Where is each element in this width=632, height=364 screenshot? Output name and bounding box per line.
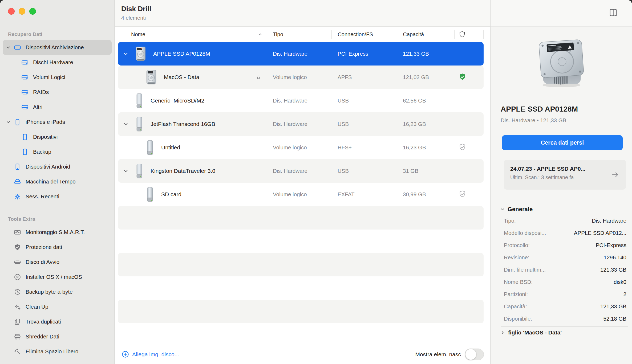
sidebar-item-label: Elimina Spazio Libero (26, 348, 78, 355)
book-icon[interactable] (607, 7, 619, 18)
page-title: Disk Drill (121, 5, 490, 13)
close-window-button[interactable] (8, 8, 15, 15)
sidebar-item-elimina-spazio-libero[interactable]: Elimina Spazio Libero (0, 344, 114, 359)
device-row-kingston-datatraveler-3-0[interactable]: Kingston DataTraveler 3.0Dis. HardwareUS… (118, 159, 484, 183)
storage-drive-icon (20, 88, 29, 97)
device-row-sd-card[interactable]: SD cardVolume logicoEXFAT30,99 GB (118, 183, 484, 206)
sidebar-item-protezione-dati[interactable]: Protezione dati (0, 240, 114, 255)
sidebar-section-tools-extra: Tools ExtraMonitoraggio S.M.A.R.T.Protez… (0, 214, 114, 359)
detail-value: 1296.140 (603, 254, 626, 261)
last-scan-card[interactable]: 24.07.23 - APPLE SSD AP0... Ultim. Scan.… (504, 160, 626, 190)
attach-disk-image-label: Allega img. disco... (132, 351, 179, 358)
general-details: Tipo:Dis. HardwareModello disposi...APPL… (504, 215, 626, 325)
column-header-label: Connection/FS (338, 31, 373, 38)
detail-row-revisione: Revisione:1296.140 (504, 251, 626, 264)
circle-x-icon (13, 272, 22, 281)
child-volume-link[interactable]: figlio 'MacOS - Data' (500, 328, 562, 337)
connection-cell: USB (332, 97, 398, 104)
show-hidden-toggle[interactable] (465, 349, 484, 360)
sidebar-item-disco-di-avvio[interactable]: Disco di Avvio (0, 255, 114, 269)
general-section-label: Generale (508, 206, 533, 213)
column-divider (483, 30, 484, 39)
capacity-cell: 16,23 GB (398, 144, 455, 151)
attach-disk-image-link[interactable]: Allega img. disco... (121, 350, 179, 358)
sidebar-item-sess-recenti[interactable]: Sess. Recenti (0, 189, 114, 204)
capacity-cell: 121,33 GB (398, 51, 455, 57)
chevron-right-icon[interactable] (500, 330, 505, 336)
detail-label: Tipo: (504, 218, 516, 224)
general-section-header[interactable]: Generale (500, 205, 533, 214)
device-row-jetflash-transcend-16gb[interactable]: JetFlash Transcend 16GBDis. HardwareUSB1… (118, 112, 484, 136)
erase-free-space-icon (13, 347, 22, 356)
name-cell: Generic- MicroSD/M2 (118, 89, 267, 112)
table-footer: Allega img. disco... Mostra elem. nasc (115, 345, 490, 364)
device-row-untitled[interactable]: UntitledVolume logicoHFS+16,23 GB (118, 136, 484, 159)
arrow-right-icon[interactable] (611, 170, 619, 179)
chevron-down-icon[interactable] (4, 119, 13, 125)
sidebar-item-raids[interactable]: RAIDs (0, 85, 114, 100)
sidebar-item-volumi-logici[interactable]: Volumi Logici (0, 70, 114, 85)
sidebar-item-monitoraggio-s-m-a-r-t[interactable]: Monitoraggio S.M.A.R.T. (0, 225, 114, 240)
table-header: NomeTipoConnection/FSCapacità (118, 27, 484, 42)
device-row-apple-ssd-ap0128m[interactable]: APPLE SSD AP0128MDis. HardwarePCI-Expres… (118, 42, 484, 66)
sidebar-item-dispositivi-android[interactable]: Dispositivi Android (0, 159, 114, 174)
android-phone-icon (13, 162, 22, 171)
search-lost-data-button[interactable]: Cerca dati persi (502, 135, 623, 150)
iphone-icon (20, 147, 29, 156)
toggle-knob (465, 349, 476, 360)
lock-icon (255, 74, 262, 80)
hard-drive-icon (145, 70, 157, 85)
device-row-generic-microsd-m2[interactable]: Generic- MicroSD/M2Dis. HardwareUSB62,56… (118, 89, 484, 112)
column-header-label: Nome (131, 31, 145, 38)
column-header-label: Capacità (403, 31, 424, 38)
sidebar-item-backup[interactable]: Backup (0, 144, 114, 159)
chevron-down-icon[interactable] (500, 206, 505, 212)
name-cell: Untitled (118, 136, 267, 159)
type-cell: Volume logico (267, 191, 332, 198)
sparkle-icon (13, 302, 22, 311)
detail-label: Disponibile: (504, 316, 532, 322)
device-row-macos-data[interactable]: MacOS - DataVolume logicoAPFS121,02 GB (118, 66, 484, 89)
sidebar-item-macchina-del-tempo[interactable]: Macchina del Tempo (0, 174, 114, 189)
main-header: Disk Drill 4 elementi (115, 0, 490, 27)
chevron-down-icon[interactable] (122, 121, 130, 128)
sidebar-item-label: Dispositivi (33, 134, 58, 140)
empty-row (118, 206, 484, 230)
shield-icon-column-header[interactable] (454, 30, 483, 39)
chevron-down-icon[interactable] (122, 50, 130, 57)
name-cell: MacOS - Data (118, 66, 267, 89)
sidebar-item-dischi-hardware[interactable]: Dischi Hardware (0, 55, 114, 70)
sidebar-item-dispositivi-archiviazione[interactable]: Dispositivi Archiviazione (3, 40, 112, 55)
sidebar-item-shredder-dati[interactable]: Shredder Dati (0, 329, 114, 344)
zoom-window-button[interactable] (29, 8, 36, 15)
sidebar-item-backup-byte-a-byte[interactable]: Backup byte-a-byte (0, 284, 114, 299)
sidebar-item-iphones-e-ipads[interactable]: iPhones e iPads (0, 114, 114, 129)
sidebar-item-label: Altri (33, 104, 42, 110)
empty-row (118, 300, 484, 323)
inspector-divider (501, 326, 628, 327)
connection-cell: USB (332, 168, 398, 174)
sidebar-item-clean-up[interactable]: Clean Up (0, 299, 114, 314)
column-header-tipo[interactable]: Tipo (267, 30, 332, 39)
sidebar-item-dispositivi[interactable]: Dispositivi (0, 129, 114, 144)
sort-ascending-icon[interactable] (257, 31, 263, 37)
column-header-capacit[interactable]: Capacità (398, 30, 454, 39)
minimize-window-button[interactable] (19, 8, 25, 15)
main-content: Disk Drill 4 elementi NomeTipoConnection… (115, 0, 490, 364)
type-cell: Volume logico (267, 74, 332, 80)
column-header-connection-fs[interactable]: Connection/FS (331, 30, 398, 39)
detail-value: PCI-Express (596, 242, 626, 248)
sidebar-item-label: Monitoraggio S.M.A.R.T. (26, 229, 85, 235)
sidebar-item-trova-duplicati[interactable]: Trova duplicati (0, 314, 114, 329)
sidebar-item-installer-os-x-macos[interactable]: Installer OS X / macOS (0, 269, 114, 284)
detail-label: Dim. file multim... (504, 267, 546, 273)
detail-value: APPLE SSD AP012... (574, 230, 626, 236)
sidebar-item-label: Dispositivi Archiviazione (26, 44, 84, 51)
chevron-down-icon[interactable] (122, 167, 130, 174)
name-cell: APPLE SSD AP0128M (118, 42, 267, 66)
column-header-nome[interactable]: Nome (118, 30, 267, 39)
empty-row (118, 276, 484, 300)
chevron-down-icon[interactable] (4, 44, 13, 51)
sidebar-item-altri[interactable]: Altri (0, 100, 114, 114)
name-cell: Kingston DataTraveler 3.0 (118, 159, 267, 183)
